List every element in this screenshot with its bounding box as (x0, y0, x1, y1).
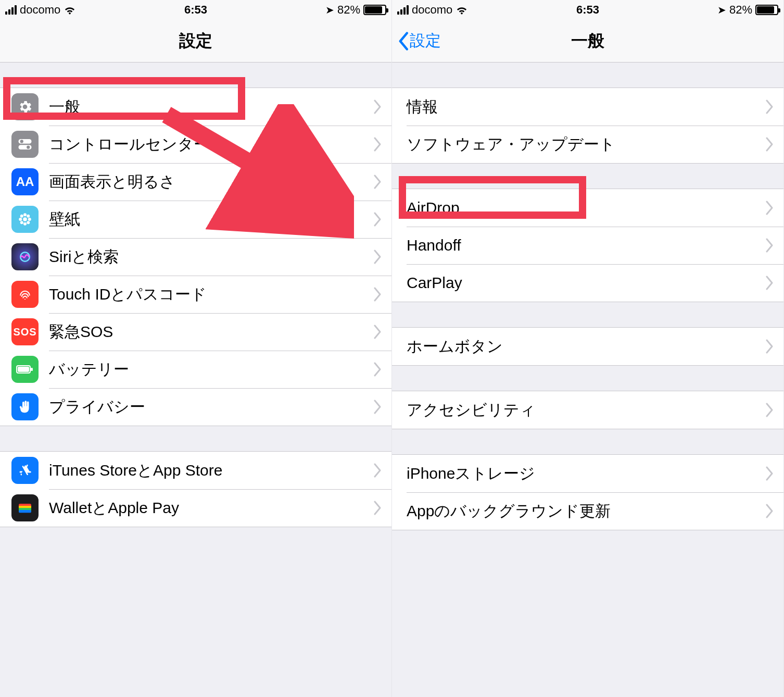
svg-point-8 (28, 218, 31, 221)
appstore-icon (11, 457, 39, 484)
chevron-right-icon (374, 463, 382, 478)
settings-group: iPhoneストレージ Appのバックグラウンド更新 (392, 454, 783, 530)
status-time: 6:53 (392, 3, 783, 17)
row-label: CarPlay (392, 274, 766, 292)
chevron-right-icon (374, 501, 382, 515)
row-general[interactable]: 一般 (0, 88, 391, 126)
svg-point-10 (27, 215, 30, 218)
row-label: 一般 (49, 96, 374, 118)
svg-point-9 (20, 215, 23, 218)
settings-group: AirDrop Handoff CarPlay (392, 189, 783, 302)
row-label: コントロールセンター (49, 134, 374, 155)
settings-list: 一般 コントロールセンター AA 画面表示と明るさ (0, 63, 391, 697)
chevron-right-icon (374, 99, 382, 114)
row-label: 壁紙 (49, 209, 374, 230)
svg-point-12 (27, 221, 30, 224)
row-label: プライバシー (49, 396, 374, 418)
row-storage[interactable]: iPhoneストレージ (392, 455, 783, 492)
row-label: アクセシビリティ (392, 400, 766, 421)
row-label: 画面表示と明るさ (49, 171, 374, 193)
chevron-right-icon (766, 339, 774, 354)
row-label: Handoff (392, 237, 766, 254)
chevron-right-icon (766, 137, 774, 152)
row-bg-refresh[interactable]: Appのバックグラウンド更新 (392, 492, 783, 530)
row-privacy[interactable]: プライバシー (0, 388, 391, 426)
navbar: 設定 一般 (392, 20, 783, 63)
row-wallpaper[interactable]: 壁紙 (0, 201, 391, 238)
svg-point-1 (20, 140, 23, 143)
chevron-right-icon (766, 276, 774, 290)
svg-rect-16 (18, 367, 29, 372)
status-bar: docomo 6:53 ➤ 82% (392, 0, 783, 20)
svg-point-11 (20, 221, 23, 224)
back-label: 設定 (410, 30, 441, 52)
chevron-right-icon (374, 175, 382, 189)
wallet-icon (11, 494, 39, 521)
row-label: 緊急SOS (49, 321, 374, 343)
svg-rect-15 (31, 368, 33, 371)
battery-icon (755, 5, 778, 15)
chevron-right-icon (766, 403, 774, 417)
chevron-right-icon (374, 400, 382, 414)
row-wallet[interactable]: WalletとApple Pay (0, 489, 391, 527)
status-bar: docomo 6:53 ➤ 82% (0, 0, 391, 20)
row-display[interactable]: AA 画面表示と明るさ (0, 163, 391, 201)
chevron-right-icon (766, 201, 774, 215)
row-home-button[interactable]: ホームボタン (392, 328, 783, 365)
chevron-right-icon (374, 325, 382, 339)
settings-screen: docomo 6:53 ➤ 82% 設定 一般 (0, 0, 392, 697)
settings-group: ホームボタン (392, 327, 783, 366)
row-airdrop[interactable]: AirDrop (392, 189, 783, 227)
row-software-update[interactable]: ソフトウェア・アップデート (392, 126, 783, 163)
row-label: AirDrop (392, 199, 766, 217)
row-label: ソフトウェア・アップデート (392, 134, 766, 155)
svg-point-3 (27, 146, 30, 149)
row-battery[interactable]: バッテリー (0, 351, 391, 388)
chevron-right-icon (766, 504, 774, 518)
row-label: ホームボタン (392, 336, 766, 357)
battery-icon (11, 356, 39, 383)
sos-icon: SOS (11, 318, 39, 345)
row-label: WalletとApple Pay (49, 497, 374, 519)
hand-icon (11, 393, 39, 420)
svg-point-7 (19, 218, 22, 221)
settings-group: アクセシビリティ (392, 391, 783, 429)
settings-group: iTunes StoreとApp Store WalletとApple Pay (0, 451, 391, 527)
chevron-right-icon (374, 362, 382, 377)
row-itunes[interactable]: iTunes StoreとApp Store (0, 452, 391, 489)
row-label: Touch IDとパスコード (49, 284, 374, 305)
row-about[interactable]: 情報 (392, 88, 783, 126)
row-label: iPhoneストレージ (392, 463, 766, 484)
chevron-right-icon (766, 238, 774, 253)
row-label: バッテリー (49, 359, 374, 380)
chevron-right-icon (374, 250, 382, 264)
row-siri[interactable]: Siriと検索 (0, 238, 391, 276)
page-title: 設定 (179, 30, 212, 53)
back-button[interactable]: 設定 (397, 20, 441, 62)
navbar: 設定 (0, 20, 391, 63)
status-time: 6:53 (0, 3, 391, 17)
battery-icon (363, 5, 386, 15)
row-label: iTunes StoreとApp Store (49, 460, 374, 481)
row-control-center[interactable]: コントロールセンター (0, 126, 391, 163)
text-size-icon: AA (11, 168, 39, 195)
row-sos[interactable]: SOS 緊急SOS (0, 313, 391, 351)
page-title: 一般 (571, 30, 604, 53)
settings-group: 一般 コントロールセンター AA 画面表示と明るさ (0, 88, 391, 426)
svg-point-4 (23, 217, 27, 221)
gear-icon (11, 93, 39, 120)
row-accessibility[interactable]: アクセシビリティ (392, 391, 783, 429)
chevron-right-icon (766, 466, 774, 481)
svg-point-5 (23, 213, 27, 216)
settings-group: 情報 ソフトウェア・アップデート (392, 88, 783, 164)
row-handoff[interactable]: Handoff (392, 227, 783, 264)
row-label: Siriと検索 (49, 246, 374, 268)
flower-icon (11, 206, 39, 233)
svg-point-6 (23, 222, 27, 226)
general-screen: docomo 6:53 ➤ 82% 設定 一般 情報 (392, 0, 784, 697)
toggle-icon (11, 131, 39, 158)
row-touchid[interactable]: Touch IDとパスコード (0, 276, 391, 313)
chevron-right-icon (374, 287, 382, 302)
row-carplay[interactable]: CarPlay (392, 264, 783, 302)
row-label: 情報 (392, 96, 766, 118)
